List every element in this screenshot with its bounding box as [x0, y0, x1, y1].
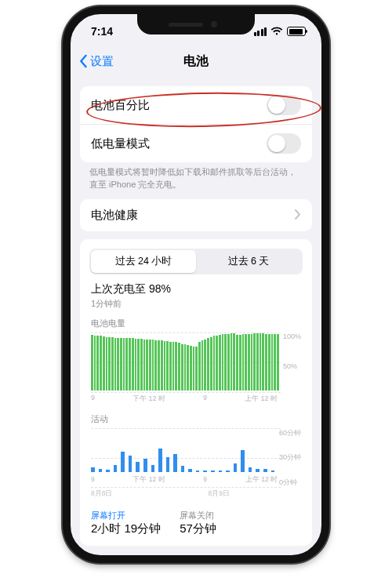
back-label: 设置	[90, 54, 114, 69]
chevron-left-icon	[78, 54, 88, 68]
xtick: 9	[91, 394, 95, 404]
group-battery-toggles: 电池百分比 低电量模式	[80, 86, 312, 162]
xtick-date: 8月8日	[91, 489, 112, 499]
activity-label: 活动	[80, 407, 312, 428]
xtick: 9	[203, 394, 207, 404]
status-time: 7:14	[91, 25, 113, 38]
screen-off-metric: 屏幕关闭 57分钟	[180, 510, 216, 536]
screen-metrics: 屏幕打开 2小时 19分钟 屏幕关闭 57分钟	[80, 502, 312, 546]
group-battery-health: 电池健康	[80, 199, 312, 231]
xtick: 下午 12 时	[132, 475, 165, 485]
battery-health-label: 电池健康	[91, 208, 138, 223]
notch	[137, 14, 255, 35]
screen-on-label: 屏幕打开	[91, 510, 161, 521]
xtick-date: 8月9日	[209, 489, 230, 499]
show-activity-link[interactable]: 显示活动	[268, 554, 306, 555]
phone-frame: 7:14 设置 电池 电池百分比 低电量模式	[63, 6, 329, 563]
row-low-power[interactable]: 低电量模式	[80, 124, 312, 162]
battery-level-chart: 100% 50% 9 下午 12 时 9 上午 12 时	[80, 332, 312, 407]
battery-percent-label: 电池百分比	[91, 98, 150, 113]
xtick: 上午 12 时	[245, 475, 278, 485]
battery-percent-switch[interactable]	[267, 95, 301, 115]
screen-on-value: 2小时 19分钟	[91, 521, 161, 536]
row-battery-percent[interactable]: 电池百分比	[80, 86, 312, 124]
wifi-icon	[270, 27, 283, 36]
xtick: 下午 12 时	[132, 394, 165, 404]
screen-off-value: 57分钟	[180, 521, 216, 536]
signal-icon	[254, 27, 267, 36]
group-charts: 过去 24 小时 过去 6 天 上次充电至 98% 1分钟前 电池电量 100%…	[80, 239, 312, 546]
screen: 7:14 设置 电池 电池百分比 低电量模式	[71, 14, 321, 555]
screen-on-metric: 屏幕打开 2小时 19分钟	[91, 510, 161, 536]
chevron-right-icon	[295, 209, 301, 222]
low-power-note: 低电量模式将暂时降低如下载和邮件抓取等后台活动，直至 iPhone 完全充电。	[71, 162, 321, 191]
last-charge-sub: 1分钟前	[91, 298, 301, 310]
segment-24h[interactable]: 过去 24 小时	[91, 250, 196, 273]
back-button[interactable]: 设置	[78, 54, 114, 69]
row-battery-health[interactable]: 电池健康	[80, 199, 312, 231]
xtick: 9	[203, 475, 207, 485]
segment-6d[interactable]: 过去 6 天	[196, 250, 301, 273]
last-charge: 上次充电至 98% 1分钟前	[80, 274, 312, 311]
activity-chart: 60分钟 30分钟 0分钟 9 下午 12 时 9 上午 12 时 8月8日 8…	[80, 428, 312, 502]
screen-off-label: 屏幕关闭	[180, 510, 216, 521]
last-charge-title: 上次充电至 98%	[91, 282, 301, 296]
xtick: 上午 12 时	[245, 394, 278, 404]
low-power-switch[interactable]	[267, 133, 301, 154]
usage-header: App的电池用量	[86, 554, 150, 555]
battery-level-label: 电池电量	[80, 311, 312, 332]
xtick: 9	[91, 475, 95, 485]
ytick-0m: 0分钟	[279, 478, 301, 488]
low-power-label: 低电量模式	[91, 136, 150, 151]
page-title: 电池	[183, 53, 209, 70]
usage-header-row: App的电池用量 显示活动	[71, 546, 321, 555]
battery-icon	[287, 27, 306, 36]
nav-bar: 设置 电池	[71, 44, 321, 78]
segmented-control[interactable]: 过去 24 小时 过去 6 天	[89, 249, 303, 274]
